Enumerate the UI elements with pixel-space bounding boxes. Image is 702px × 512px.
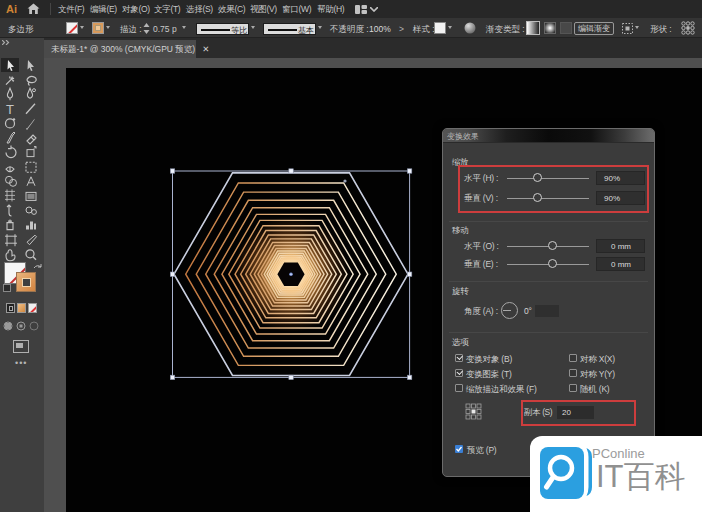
svg-text:T: T (6, 102, 14, 117)
